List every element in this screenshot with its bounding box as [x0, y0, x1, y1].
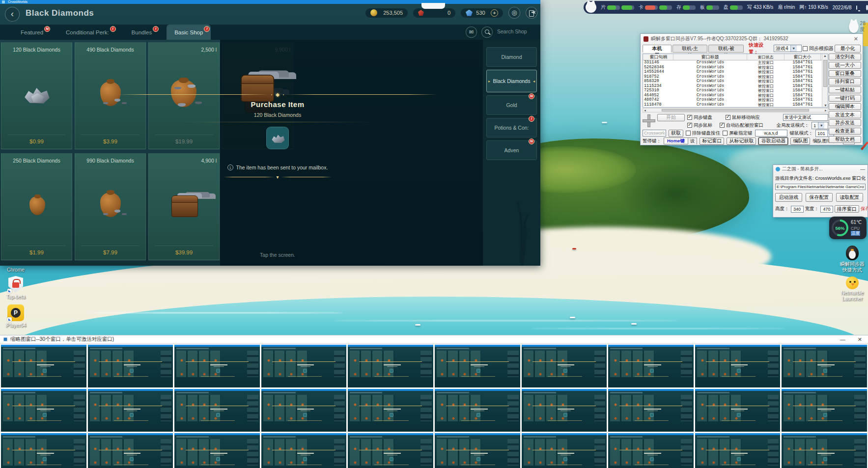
- close-icon[interactable]: ✕: [858, 336, 865, 343]
- global-send-mode-select[interactable]: 1 ▼: [812, 122, 828, 129]
- formation-button[interactable]: 编队图: [790, 138, 810, 145]
- horizontal-scrollbar[interactable]: ◄ ►: [643, 108, 828, 112]
- game-window-thumbnail[interactable]: [695, 433, 781, 468]
- load-config-button[interactable]: 读取配置: [836, 193, 863, 202]
- mouse-move-checkbox[interactable]: ✓鼠标移动响应: [726, 114, 760, 121]
- category-button[interactable]: Black Diamonds: [486, 70, 537, 92]
- table-row[interactable]: 331146 CrossWorlds 主控窗口 1584*761: [643, 60, 828, 65]
- game-window-thumbnail[interactable]: [782, 345, 867, 387]
- block-keys-checkbox[interactable]: 屏蔽指定键: [723, 130, 753, 137]
- game-window-thumbnail[interactable]: [522, 433, 607, 468]
- game-window-thumbnail[interactable]: [608, 345, 694, 387]
- send-text-input[interactable]: [783, 114, 828, 121]
- minimize-button[interactable]: 最小化: [835, 45, 861, 53]
- google-launcher-button[interactable]: 谷歌启动器: [758, 138, 788, 145]
- shop-tab[interactable]: Conditional Perk: !: [58, 25, 117, 40]
- shop-tab[interactable]: Bundles !: [124, 25, 160, 40]
- desktop-icon-iplayer64[interactable]: iPlayer64: [0, 304, 31, 329]
- game-window-thumbnail[interactable]: [522, 389, 607, 432]
- exclude-keyboard-checkbox[interactable]: 排除键盘按住: [686, 130, 720, 137]
- category-button[interactable]: Diamond: [486, 47, 537, 67]
- start-button[interactable]: 开始: [657, 114, 685, 121]
- game-profile-select[interactable]: 游戏4 ▼: [774, 45, 802, 52]
- table-row[interactable]: 480742 CrossWorlds 被控窗口 1584*761: [643, 98, 828, 103]
- target-settings-icon[interactable]: ◎: [508, 7, 520, 19]
- table-row[interactable]: 858320 CrossWorlds 被控窗口 1584*761: [643, 79, 828, 84]
- sync-side-button[interactable]: 编辑脚本: [829, 103, 861, 110]
- auto-match-checkbox[interactable]: ✓自动匹配被控窗口: [720, 122, 763, 129]
- cpu-monitor-widget[interactable]: 56% 61℃ CPU温度: [829, 217, 867, 239]
- save-config-button[interactable]: 保存配置: [806, 193, 833, 202]
- game-window-thumbnail[interactable]: [1, 433, 86, 468]
- game-window-thumbnail[interactable]: [88, 345, 173, 387]
- shop-item-card[interactable]: 120 Black Diamonds $0.99: [1, 42, 72, 149]
- game-window-thumbnail[interactable]: [695, 345, 781, 387]
- sync-side-button[interactable]: 窗口重叠: [829, 70, 861, 77]
- sync-tab[interactable]: 联机-主控: [672, 45, 708, 53]
- table-row[interactable]: 1115234 CrossWorlds 被控窗口 1584*761: [643, 84, 828, 89]
- minimize-icon[interactable]: —: [860, 166, 865, 172]
- sync-side-button[interactable]: 检查更新: [829, 128, 861, 135]
- back-button[interactable]: ‹: [5, 7, 20, 22]
- game-window-thumbnail[interactable]: [695, 389, 781, 432]
- game-window-thumbnail[interactable]: [435, 389, 520, 432]
- sync-side-button[interactable]: 一键打码: [829, 95, 861, 102]
- energy-currency[interactable]: 0: [413, 8, 455, 18]
- game-window-thumbnail[interactable]: [348, 345, 433, 387]
- search-icon[interactable]: [481, 27, 493, 38]
- table-row[interactable]: 725310 CrossWorlds 被控窗口 1584*761: [643, 88, 828, 93]
- category-button[interactable]: Potions & Con: !: [486, 118, 537, 138]
- drag-target-icon[interactable]: [643, 114, 654, 126]
- game-window-thumbnail[interactable]: [261, 433, 347, 468]
- minimize-icon[interactable]: —: [840, 336, 855, 342]
- table-row[interactable]: 1118478 CrossWorlds 被控窗口 1584*761: [643, 103, 828, 108]
- sync-side-button[interactable]: 异步发送: [829, 119, 861, 126]
- game-window-thumbnail[interactable]: [608, 433, 694, 468]
- set-button[interactable]: 设: [688, 138, 697, 144]
- thumbnail-titlebar[interactable]: 缩略图窗口--30个窗口，单击可激活对应窗口) — ✕: [0, 335, 868, 344]
- launcher-titlebar[interactable]: 二之国 - 简易多开... —: [773, 165, 868, 173]
- target-window-input[interactable]: [643, 130, 666, 137]
- sync-side-button[interactable]: 清空列表: [829, 54, 861, 60]
- game-window-thumbnail[interactable]: [435, 433, 520, 468]
- game-window-thumbnail[interactable]: [782, 389, 867, 432]
- get-button[interactable]: 获取: [669, 130, 683, 137]
- cat-avatar-icon[interactable]: [586, 2, 596, 13]
- sync-side-button[interactable]: 统一大小: [829, 62, 861, 69]
- category-button[interactable]: Adven N: [486, 140, 537, 160]
- pause-key-setting[interactable]: Home键 设: [664, 138, 697, 144]
- display-icon[interactable]: [856, 5, 857, 10]
- exit-icon[interactable]: [526, 7, 537, 19]
- game-window-thumbnail[interactable]: [435, 345, 520, 387]
- game-window-thumbnail[interactable]: [348, 389, 433, 432]
- sort-windows-button[interactable]: 排序窗口: [835, 205, 859, 213]
- tap-screen-hint[interactable]: Tap the screen.: [118, 252, 437, 258]
- table-row[interactable]: 52628346 CrossWorlds 被控窗口 1584*761: [643, 65, 828, 70]
- game-window-thumbnail[interactable]: [261, 345, 347, 387]
- diamond-currency[interactable]: 530 +: [461, 8, 503, 18]
- desktop-icon-sync-shortcut[interactable]: 瞬解同步器 快捷方式: [838, 246, 867, 273]
- sync-side-button[interactable]: 帮助文档: [829, 136, 861, 143]
- start-game-button[interactable]: 启动游戏: [775, 193, 802, 202]
- game-window-thumbnail[interactable]: [174, 345, 260, 387]
- shop-item-card[interactable]: 250 Black Diamonds $1.99: [1, 153, 72, 260]
- add-diamonds-button[interactable]: +: [491, 9, 498, 17]
- game-window-thumbnail[interactable]: [174, 389, 260, 432]
- sync-side-button[interactable]: 排列窗口: [829, 78, 861, 85]
- game-window-thumbnail[interactable]: [608, 389, 694, 432]
- mark-window-button[interactable]: 标记窗口: [700, 138, 724, 145]
- get-from-mark-button[interactable]: 从标记获取: [727, 138, 756, 145]
- height-input[interactable]: [791, 206, 804, 213]
- table-row[interactable]: 14552644 CrossWorlds 被控窗口 1584*761: [643, 70, 828, 75]
- scrollbar-thumb[interactable]: [823, 60, 827, 87]
- game-window-thumbnail[interactable]: [1, 389, 86, 432]
- mail-icon[interactable]: ✉: [466, 27, 477, 38]
- sync-tab[interactable]: 本机用: [643, 45, 672, 53]
- sync-mouse-checkbox[interactable]: ✓同步鼠标: [687, 122, 712, 129]
- game-window-titlebar[interactable]: CrossWorlds: [0, 0, 540, 4]
- game-window-thumbnail[interactable]: [174, 433, 260, 468]
- desktop-icon-tap-beta[interactable]: Tap-beta: [0, 276, 31, 300]
- close-icon[interactable]: ✕: [852, 36, 860, 42]
- sync-tab[interactable]: 联机-被控: [708, 45, 744, 53]
- sync-keyboard-checkbox[interactable]: ✓同步键盘: [687, 114, 712, 121]
